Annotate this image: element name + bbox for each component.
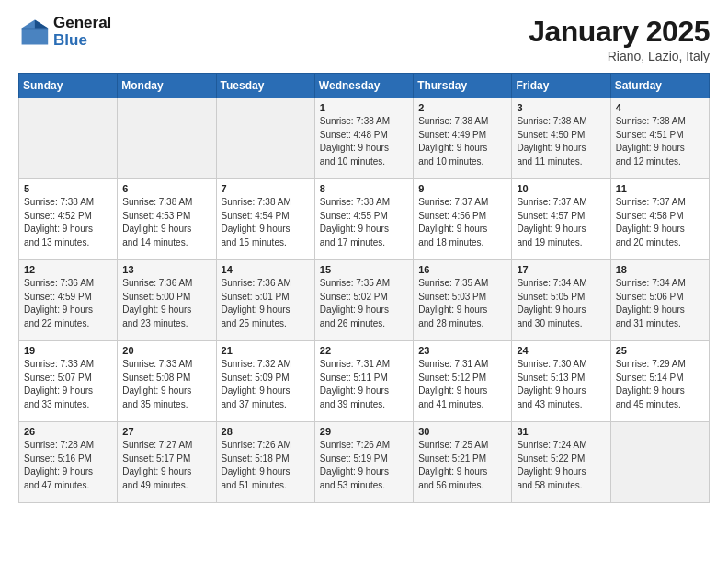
- week-row-2: 5Sunrise: 7:38 AM Sunset: 4:52 PM Daylig…: [19, 179, 710, 260]
- day-info: Sunrise: 7:38 AM Sunset: 4:49 PM Dayligh…: [418, 115, 506, 168]
- day-number: 2: [418, 102, 506, 113]
- day-info: Sunrise: 7:38 AM Sunset: 4:54 PM Dayligh…: [222, 196, 310, 249]
- calendar-cell: 19Sunrise: 7:33 AM Sunset: 5:07 PM Dayli…: [19, 341, 118, 422]
- day-info: Sunrise: 7:36 AM Sunset: 5:01 PM Dayligh…: [222, 277, 310, 330]
- day-number: 29: [320, 426, 408, 437]
- calendar-cell: 6Sunrise: 7:38 AM Sunset: 4:53 PM Daylig…: [118, 179, 216, 260]
- calendar-cell: 27Sunrise: 7:27 AM Sunset: 5:17 PM Dayli…: [118, 422, 216, 503]
- day-number: 23: [418, 345, 506, 356]
- day-number: 13: [122, 264, 210, 275]
- calendar-cell: 5Sunrise: 7:38 AM Sunset: 4:52 PM Daylig…: [19, 179, 118, 260]
- day-number: 15: [320, 264, 408, 275]
- day-info: Sunrise: 7:36 AM Sunset: 5:00 PM Dayligh…: [122, 277, 210, 330]
- day-number: 24: [517, 345, 605, 356]
- day-info: Sunrise: 7:38 AM Sunset: 4:50 PM Dayligh…: [517, 115, 605, 168]
- calendar-cell: 18Sunrise: 7:34 AM Sunset: 5:06 PM Dayli…: [610, 260, 709, 341]
- calendar-cell: 1Sunrise: 7:38 AM Sunset: 4:48 PM Daylig…: [314, 98, 413, 179]
- month-title: January 2025: [529, 15, 710, 49]
- day-number: 9: [418, 183, 506, 194]
- calendar-cell: 21Sunrise: 7:32 AM Sunset: 5:09 PM Dayli…: [216, 341, 314, 422]
- calendar-cell: 25Sunrise: 7:29 AM Sunset: 5:14 PM Dayli…: [610, 341, 709, 422]
- logo-icon: [18, 17, 50, 48]
- day-info: Sunrise: 7:37 AM Sunset: 4:58 PM Dayligh…: [616, 196, 704, 249]
- header: General Blue January 2025 Riano, Lazio, …: [18, 15, 710, 63]
- calendar-cell: 31Sunrise: 7:24 AM Sunset: 5:22 PM Dayli…: [512, 422, 610, 503]
- day-info: Sunrise: 7:29 AM Sunset: 5:14 PM Dayligh…: [616, 358, 704, 411]
- day-info: Sunrise: 7:35 AM Sunset: 5:03 PM Dayligh…: [418, 277, 506, 330]
- day-info: Sunrise: 7:35 AM Sunset: 5:02 PM Dayligh…: [320, 277, 408, 330]
- day-info: Sunrise: 7:38 AM Sunset: 4:53 PM Dayligh…: [122, 196, 210, 249]
- day-number: 17: [517, 264, 605, 275]
- calendar-cell: 23Sunrise: 7:31 AM Sunset: 5:12 PM Dayli…: [414, 341, 512, 422]
- weekday-header-wednesday: Wednesday: [314, 74, 413, 98]
- day-number: 19: [24, 345, 112, 356]
- weekday-header-tuesday: Tuesday: [216, 74, 314, 98]
- day-number: 18: [616, 264, 704, 275]
- day-info: Sunrise: 7:38 AM Sunset: 4:48 PM Dayligh…: [320, 115, 408, 168]
- calendar-cell: 8Sunrise: 7:38 AM Sunset: 4:55 PM Daylig…: [314, 179, 413, 260]
- day-info: Sunrise: 7:31 AM Sunset: 5:12 PM Dayligh…: [418, 358, 506, 411]
- week-row-1: 1Sunrise: 7:38 AM Sunset: 4:48 PM Daylig…: [19, 98, 710, 179]
- day-info: Sunrise: 7:36 AM Sunset: 4:59 PM Dayligh…: [24, 277, 112, 330]
- day-info: Sunrise: 7:28 AM Sunset: 5:16 PM Dayligh…: [24, 439, 112, 492]
- calendar-cell: 17Sunrise: 7:34 AM Sunset: 5:05 PM Dayli…: [512, 260, 610, 341]
- day-info: Sunrise: 7:33 AM Sunset: 5:08 PM Dayligh…: [122, 358, 210, 411]
- location: Riano, Lazio, Italy: [529, 49, 710, 63]
- day-number: 14: [222, 264, 310, 275]
- day-info: Sunrise: 7:31 AM Sunset: 5:11 PM Dayligh…: [320, 358, 408, 411]
- day-number: 27: [122, 426, 210, 437]
- day-number: 25: [616, 345, 704, 356]
- day-number: 4: [616, 102, 704, 113]
- day-number: 30: [418, 426, 506, 437]
- calendar-cell: 13Sunrise: 7:36 AM Sunset: 5:00 PM Dayli…: [118, 260, 216, 341]
- svg-rect-2: [22, 28, 49, 29]
- calendar-table: SundayMondayTuesdayWednesdayThursdayFrid…: [18, 73, 710, 503]
- day-info: Sunrise: 7:24 AM Sunset: 5:22 PM Dayligh…: [517, 439, 605, 492]
- page: General Blue January 2025 Riano, Lazio, …: [0, 0, 728, 512]
- calendar-cell: 26Sunrise: 7:28 AM Sunset: 5:16 PM Dayli…: [19, 422, 118, 503]
- weekday-header-monday: Monday: [118, 74, 216, 98]
- day-info: Sunrise: 7:34 AM Sunset: 5:05 PM Dayligh…: [517, 277, 605, 330]
- logo-general: General: [53, 15, 111, 32]
- day-info: Sunrise: 7:26 AM Sunset: 5:19 PM Dayligh…: [320, 439, 408, 492]
- calendar-cell: 9Sunrise: 7:37 AM Sunset: 4:56 PM Daylig…: [414, 179, 512, 260]
- calendar-cell: 16Sunrise: 7:35 AM Sunset: 5:03 PM Dayli…: [414, 260, 512, 341]
- calendar-cell: 15Sunrise: 7:35 AM Sunset: 5:02 PM Dayli…: [314, 260, 413, 341]
- calendar-cell: [610, 422, 709, 503]
- day-number: 7: [222, 183, 310, 194]
- day-number: 8: [320, 183, 408, 194]
- day-number: 20: [122, 345, 210, 356]
- logo-blue: Blue: [53, 32, 111, 50]
- day-info: Sunrise: 7:38 AM Sunset: 4:51 PM Dayligh…: [616, 115, 704, 168]
- day-number: 11: [616, 183, 704, 194]
- day-number: 12: [24, 264, 112, 275]
- day-number: 3: [517, 102, 605, 113]
- day-number: 26: [24, 426, 112, 437]
- calendar-cell: 2Sunrise: 7:38 AM Sunset: 4:49 PM Daylig…: [414, 98, 512, 179]
- title-block: January 2025 Riano, Lazio, Italy: [529, 15, 710, 63]
- weekday-header-thursday: Thursday: [414, 74, 512, 98]
- calendar-cell: [118, 98, 216, 179]
- day-number: 5: [24, 183, 112, 194]
- day-number: 22: [320, 345, 408, 356]
- day-info: Sunrise: 7:37 AM Sunset: 4:56 PM Dayligh…: [418, 196, 506, 249]
- weekday-header-sunday: Sunday: [19, 74, 118, 98]
- day-number: 31: [517, 426, 605, 437]
- calendar-cell: 29Sunrise: 7:26 AM Sunset: 5:19 PM Dayli…: [314, 422, 413, 503]
- day-info: Sunrise: 7:25 AM Sunset: 5:21 PM Dayligh…: [418, 439, 506, 492]
- day-info: Sunrise: 7:26 AM Sunset: 5:18 PM Dayligh…: [222, 439, 310, 492]
- week-row-4: 19Sunrise: 7:33 AM Sunset: 5:07 PM Dayli…: [19, 341, 710, 422]
- day-info: Sunrise: 7:32 AM Sunset: 5:09 PM Dayligh…: [222, 358, 310, 411]
- day-number: 1: [320, 102, 408, 113]
- day-info: Sunrise: 7:38 AM Sunset: 4:55 PM Dayligh…: [320, 196, 408, 249]
- logo: General Blue: [18, 15, 111, 49]
- week-row-3: 12Sunrise: 7:36 AM Sunset: 4:59 PM Dayli…: [19, 260, 710, 341]
- calendar-cell: 4Sunrise: 7:38 AM Sunset: 4:51 PM Daylig…: [610, 98, 709, 179]
- day-number: 16: [418, 264, 506, 275]
- calendar-cell: 28Sunrise: 7:26 AM Sunset: 5:18 PM Dayli…: [216, 422, 314, 503]
- day-info: Sunrise: 7:37 AM Sunset: 4:57 PM Dayligh…: [517, 196, 605, 249]
- calendar-cell: 20Sunrise: 7:33 AM Sunset: 5:08 PM Dayli…: [118, 341, 216, 422]
- calendar-cell: 24Sunrise: 7:30 AM Sunset: 5:13 PM Dayli…: [512, 341, 610, 422]
- day-number: 6: [122, 183, 210, 194]
- day-number: 28: [222, 426, 310, 437]
